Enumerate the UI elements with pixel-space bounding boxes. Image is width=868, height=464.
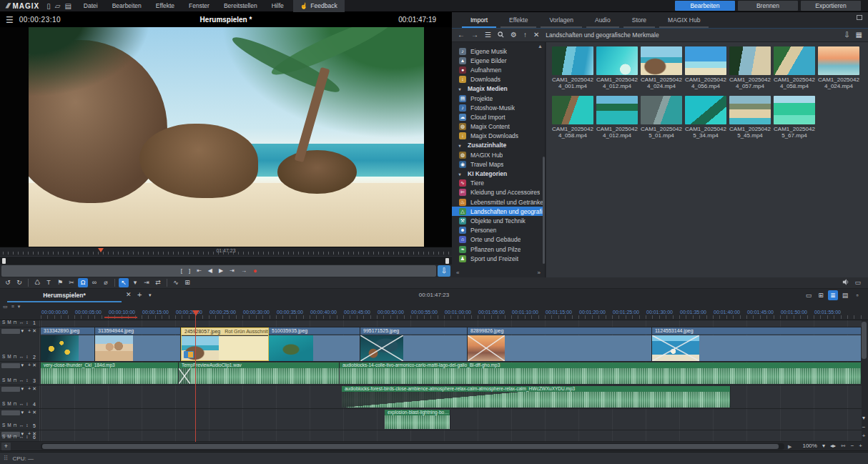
sidebar-scrollbar[interactable] bbox=[543, 157, 545, 264]
video-clip[interactable]: 313594944.jpeg bbox=[95, 327, 181, 361]
media-file[interactable]: CAM1_20250424_058.mp4 bbox=[551, 96, 595, 139]
range-end-button[interactable]: ] bbox=[189, 268, 190, 274]
track-lock-button[interactable]: ⊓ bbox=[14, 401, 17, 407]
search-icon[interactable] bbox=[498, 31, 504, 39]
track-vresize-icon[interactable]: ↕ bbox=[26, 423, 28, 428]
mode-button-exportieren[interactable]: Exportieren bbox=[801, 1, 861, 11]
video-thumbnail[interactable] bbox=[685, 46, 726, 75]
sidebar-group-ki-kategorien[interactable]: ▾KI Kategorien bbox=[452, 169, 545, 178]
video-thumbnail[interactable] bbox=[685, 96, 726, 124]
next-frame-button[interactable]: ⇥ bbox=[230, 268, 235, 274]
zoom-level-menu-icon[interactable]: ▾ bbox=[822, 443, 825, 449]
playhead-line[interactable] bbox=[195, 313, 196, 442]
media-file[interactable]: CAM1_20250424_024.mp4 bbox=[817, 46, 861, 89]
media-file[interactable]: CAM1_20250424_024.mp4 bbox=[639, 46, 684, 89]
track-lane-4[interactable]: audioblocks-forest-birds-close-ambience-… bbox=[41, 385, 862, 408]
video-clip[interactable]: 82899826.jpeg bbox=[468, 327, 652, 361]
redo-icon[interactable]: ↻ bbox=[14, 278, 24, 287]
clip-title-bar[interactable]: 510035935.jpeg bbox=[269, 327, 360, 335]
expand-sidebar-icon[interactable]: » bbox=[538, 270, 541, 276]
storyboard-view-icon[interactable]: ⊞ bbox=[816, 290, 826, 300]
menu-item-bearbeiten[interactable]: Bearbeiten bbox=[106, 1, 148, 11]
multicam-view-icon[interactable]: ▤ bbox=[840, 290, 850, 300]
menu-item-effekte[interactable]: Effekte bbox=[149, 1, 181, 11]
track-mute-button[interactable]: M bbox=[7, 320, 11, 325]
media-file[interactable]: CAM1_20250424_057.mp4 bbox=[728, 46, 772, 89]
sidebar-item-magix-content[interactable]: ◍Magix Content bbox=[452, 122, 545, 132]
range-start-handle[interactable] bbox=[2, 258, 6, 264]
track-hresize-icon[interactable]: ↔ bbox=[19, 377, 24, 383]
marker-menu-icon[interactable]: ≡ bbox=[11, 304, 14, 310]
track-hresize-icon[interactable]: ↔ bbox=[19, 354, 24, 360]
track-mute-button[interactable]: M bbox=[7, 423, 11, 428]
track-lock-button[interactable]: ⊓ bbox=[14, 320, 17, 325]
track-close-icon[interactable]: ✕ bbox=[32, 386, 36, 392]
sidebar-item-projekte[interactable]: ▤Projekte bbox=[452, 94, 545, 103]
zoom-in-icon[interactable]: + bbox=[859, 443, 862, 449]
hamburger-menu-icon[interactable]: ☰ bbox=[0, 15, 19, 25]
jump-start-button[interactable]: ⇤ bbox=[197, 268, 202, 274]
video-thumbnail[interactable] bbox=[552, 46, 593, 75]
track-solo-button[interactable]: S bbox=[2, 320, 5, 325]
undock-panel-icon[interactable] bbox=[857, 15, 862, 20]
zoom-level-value[interactable]: 100% bbox=[802, 443, 817, 449]
arrange-insert-button[interactable]: ⇩ bbox=[438, 265, 450, 277]
track-solo-button[interactable]: S bbox=[2, 377, 5, 383]
video-thumbnail[interactable] bbox=[596, 46, 638, 75]
clip-title-bar[interactable]: 82899826.jpeg bbox=[468, 327, 651, 335]
sidebar-group-magix-medien[interactable]: ▾Magix Medien bbox=[452, 84, 545, 94]
track-menu-icon[interactable]: ▾ bbox=[21, 362, 24, 368]
ungroup-icon[interactable]: ⌀ bbox=[101, 278, 111, 287]
save-project-icon[interactable]: ▤ bbox=[64, 2, 71, 10]
fit-project-icon[interactable]: ⇿ bbox=[841, 443, 846, 449]
jump-end-button[interactable]: → bbox=[241, 268, 247, 274]
sidebar-item-cloud-import[interactable]: ☁Cloud Import bbox=[452, 112, 545, 122]
media-file[interactable]: CAM1_20250424_001.mp4 bbox=[551, 46, 595, 89]
video-thumbnail[interactable] bbox=[729, 46, 771, 75]
track-close-icon[interactable]: ✕ bbox=[32, 362, 36, 368]
video-thumbnail[interactable] bbox=[596, 96, 638, 124]
track-mute-button[interactable]: M bbox=[7, 401, 11, 407]
sidebar-item-objekte-und-technik[interactable]: ⚒Objekte und Technik bbox=[452, 216, 545, 225]
add-track-button[interactable]: + bbox=[1, 443, 11, 450]
import-file-icon[interactable]: ⇩ bbox=[844, 31, 849, 39]
sidebar-item-fotoshow-musik[interactable]: ♪Fotoshow-Musik bbox=[452, 103, 545, 112]
record-button[interactable]: ● bbox=[253, 268, 257, 274]
track-lock-button[interactable]: ⊓ bbox=[14, 377, 17, 383]
mode-button-bearbeiten[interactable]: Bearbeiten bbox=[675, 1, 735, 11]
folder-tree-icon[interactable]: ☰ bbox=[485, 31, 491, 39]
scroll-right-icon[interactable]: ▶ bbox=[788, 444, 791, 450]
sidebar-item-kleidung-und-accessoires[interactable]: ✄Kleidung und Accessoires bbox=[452, 188, 545, 197]
menu-item-hilfe[interactable]: Hilfe bbox=[265, 1, 290, 11]
sidebar-item-magix-hub[interactable]: ◍MAGIX Hub bbox=[452, 150, 545, 159]
menu-item-datei[interactable]: Datei bbox=[77, 1, 104, 11]
track-lock-button[interactable]: ⊓ bbox=[14, 434, 17, 440]
forward-icon[interactable]: → bbox=[471, 31, 478, 39]
track-solo-button[interactable]: S bbox=[2, 423, 5, 428]
curve-mode-icon[interactable]: ∿ bbox=[171, 278, 181, 287]
sidebar-item-downloads[interactable]: ↓Downloads bbox=[452, 75, 545, 84]
clip-body[interactable] bbox=[468, 335, 651, 361]
clip-body[interactable] bbox=[360, 335, 467, 361]
media-file[interactable]: CAM1_20250424_056.mp4 bbox=[684, 46, 728, 89]
monitor-toggle-icon[interactable]: ▭ bbox=[854, 279, 861, 287]
track-add-icon[interactable]: + bbox=[28, 362, 31, 367]
track-menu-icon[interactable]: ▾ bbox=[21, 410, 24, 415]
video-thumbnail[interactable] bbox=[552, 96, 593, 124]
video-thumbnail[interactable] bbox=[774, 96, 815, 124]
feedback-button[interactable]: ☝ Feedback bbox=[293, 0, 345, 12]
audio-clip[interactable]: explosion-blast-lightning-bolt... bbox=[385, 410, 450, 429]
ruler-menu-icon[interactable]: ▾ bbox=[18, 304, 21, 310]
range-start-button[interactable]: [ bbox=[181, 268, 182, 274]
grid-toggle-icon[interactable]: ▭ bbox=[3, 304, 8, 310]
timeline-ruler[interactable]: ▭ ≡ ▾ 00:00:00:0000:00:05:0000:00:10:000… bbox=[0, 303, 868, 320]
track-solo-button[interactable]: S bbox=[2, 354, 5, 360]
track-mute-button[interactable]: M bbox=[7, 377, 11, 383]
video-thumbnail[interactable] bbox=[641, 46, 682, 75]
video-clip[interactable]: 1124553144.jpeg bbox=[652, 327, 862, 361]
tab-store[interactable]: Store bbox=[623, 14, 655, 28]
track-solo-button[interactable]: S bbox=[2, 434, 5, 440]
sidebar-item-lebensmittel-und-getränke[interactable]: ♨Lebensmittel und Getränke bbox=[452, 197, 545, 207]
group-icon[interactable]: ∞ bbox=[89, 278, 99, 287]
clip-body[interactable] bbox=[269, 335, 360, 361]
